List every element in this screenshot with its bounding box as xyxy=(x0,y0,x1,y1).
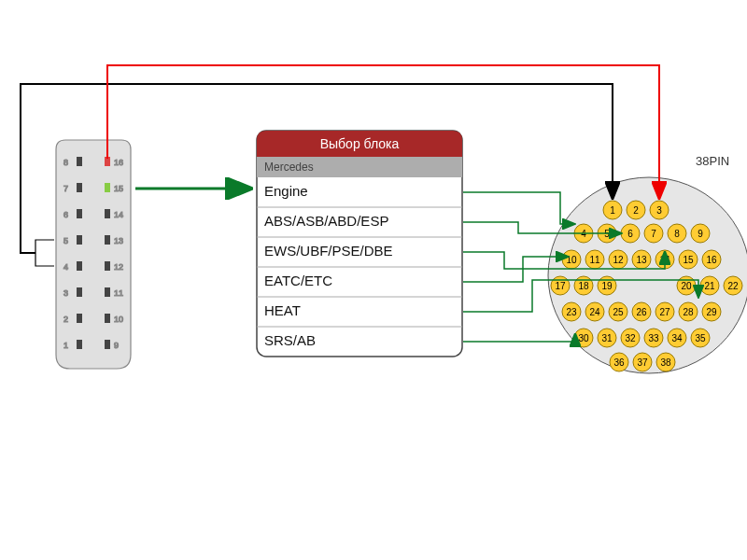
svg-text:9: 9 xyxy=(114,341,119,350)
svg-text:11: 11 xyxy=(114,288,123,298)
svg-text:15: 15 xyxy=(114,184,123,193)
svg-text:38: 38 xyxy=(660,357,671,368)
svg-text:3: 3 xyxy=(656,205,662,216)
svg-text:16: 16 xyxy=(114,158,123,167)
svg-text:15: 15 xyxy=(683,255,694,265)
menu-item[interactable]: Engine xyxy=(257,183,462,207)
menu-title: Выбор блока xyxy=(320,136,400,151)
svg-text:31: 31 xyxy=(601,333,613,343)
svg-text:32: 32 xyxy=(625,333,636,343)
svg-text:37: 37 xyxy=(637,357,648,368)
svg-text:EWS/UBF/PSE/DBE: EWS/UBF/PSE/DBE xyxy=(264,243,393,259)
svg-text:6: 6 xyxy=(627,229,633,239)
svg-text:2: 2 xyxy=(633,205,639,216)
svg-text:SRS/AB: SRS/AB xyxy=(264,332,316,348)
svg-text:2: 2 xyxy=(63,315,68,324)
svg-text:12: 12 xyxy=(613,255,624,265)
menu-item[interactable]: HEAT xyxy=(257,302,462,327)
svg-text:28: 28 xyxy=(683,307,694,317)
svg-text:30: 30 xyxy=(578,333,589,343)
svg-text:11: 11 xyxy=(589,255,600,265)
svg-text:36: 36 xyxy=(613,357,625,368)
svg-text:HEAT: HEAT xyxy=(264,302,301,318)
svg-text:7: 7 xyxy=(63,184,68,193)
menu-item[interactable]: EATC/ETC xyxy=(257,273,462,297)
svg-text:14: 14 xyxy=(114,210,123,219)
svg-rect-14 xyxy=(77,340,82,349)
menu-item[interactable]: ABS/ASB/ABD/ESP xyxy=(257,213,462,237)
svg-rect-10 xyxy=(77,287,82,297)
svg-rect-0 xyxy=(77,157,82,166)
svg-rect-6 xyxy=(77,235,82,245)
svg-text:33: 33 xyxy=(648,333,659,343)
svg-text:12: 12 xyxy=(114,262,123,272)
svg-text:13: 13 xyxy=(636,255,647,265)
svg-text:8: 8 xyxy=(674,229,680,239)
svg-text:27: 27 xyxy=(659,307,670,317)
svg-text:ABS/ASB/ABD/ESP: ABS/ASB/ABD/ESP xyxy=(264,213,388,229)
svg-text:17: 17 xyxy=(555,281,566,291)
svg-text:5: 5 xyxy=(63,236,68,245)
svg-rect-12 xyxy=(77,314,82,323)
svg-text:10: 10 xyxy=(114,315,123,324)
svg-text:20: 20 xyxy=(681,281,692,291)
svg-text:21: 21 xyxy=(704,281,715,291)
svg-text:26: 26 xyxy=(636,307,647,317)
svg-text:8: 8 xyxy=(63,158,68,167)
menu-item[interactable]: EWS/UBF/PSE/DBE xyxy=(257,243,462,267)
obd16-connector: 8 7 6 5 4 3 2 1 16 15 14 13 12 11 10 9 xyxy=(56,140,131,369)
svg-text:22: 22 xyxy=(727,281,739,291)
svg-text:18: 18 xyxy=(578,281,589,291)
svg-rect-24 xyxy=(105,261,110,271)
svg-text:9: 9 xyxy=(698,229,703,239)
svg-text:4: 4 xyxy=(63,262,68,272)
svg-rect-18 xyxy=(105,183,110,192)
svg-text:19: 19 xyxy=(601,281,613,291)
svg-text:7: 7 xyxy=(651,229,656,239)
svg-text:6: 6 xyxy=(63,210,68,219)
menu-item[interactable]: SRS/AB xyxy=(264,332,316,348)
svg-rect-2 xyxy=(77,183,82,192)
svg-text:35: 35 xyxy=(695,333,706,343)
svg-text:Engine: Engine xyxy=(264,183,308,199)
svg-rect-20 xyxy=(105,209,110,218)
ground-bracket xyxy=(35,240,54,266)
svg-text:1: 1 xyxy=(610,205,615,216)
wire-engine xyxy=(463,192,574,224)
menu-box: Выбор блока Mercedes Engine ABS/ASB/ABD/… xyxy=(257,131,462,357)
svg-text:16: 16 xyxy=(706,255,717,265)
svg-rect-28 xyxy=(105,314,110,323)
svg-text:EATC/ETC: EATC/ETC xyxy=(264,273,332,288)
svg-text:1: 1 xyxy=(63,341,68,350)
svg-text:10: 10 xyxy=(566,255,577,265)
svg-rect-4 xyxy=(77,209,82,218)
wire-srs xyxy=(463,334,575,342)
svg-text:34: 34 xyxy=(671,333,683,343)
svg-rect-30 xyxy=(105,340,110,349)
svg-text:24: 24 xyxy=(589,307,600,317)
svg-rect-26 xyxy=(105,287,110,297)
svg-text:23: 23 xyxy=(566,307,577,317)
menu-subtitle: Mercedes xyxy=(264,161,314,174)
svg-rect-8 xyxy=(77,261,82,271)
svg-text:29: 29 xyxy=(706,307,717,317)
svg-rect-22 xyxy=(105,235,110,245)
connector-38pin-label: 38PIN xyxy=(696,154,729,168)
svg-text:25: 25 xyxy=(613,307,624,317)
svg-text:3: 3 xyxy=(63,288,68,298)
svg-text:13: 13 xyxy=(114,236,123,245)
